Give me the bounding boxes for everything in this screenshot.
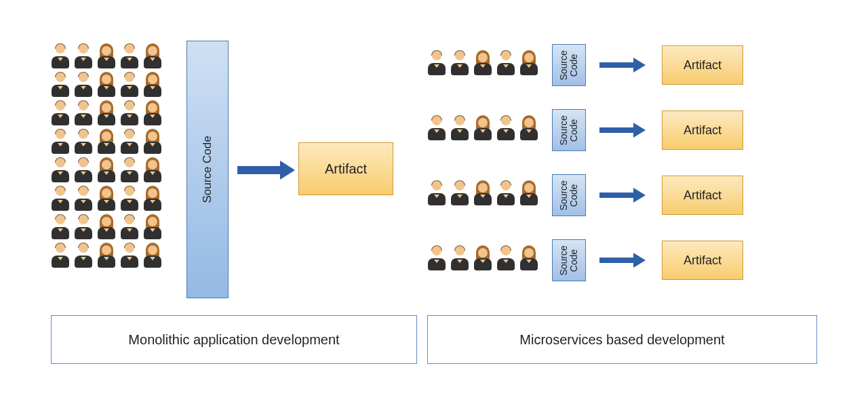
person-icon — [51, 186, 70, 211]
person-icon — [97, 243, 116, 268]
microservice-team — [427, 246, 538, 275]
person-icon — [450, 116, 469, 140]
person-icon — [519, 181, 538, 205]
microservice-team — [427, 51, 538, 79]
person-icon — [51, 215, 70, 239]
monolith-caption-text: Monolithic application development — [128, 332, 339, 348]
person-icon — [97, 186, 116, 211]
microservice-source-code-box: SourceCode — [552, 109, 586, 151]
microservice-artifact-box: Artifact — [662, 241, 743, 280]
microservice-artifact-label: Artifact — [684, 123, 722, 138]
person-icon — [519, 116, 538, 140]
microservice-row: SourceCodeArtifact — [427, 109, 817, 151]
person-icon — [74, 101, 93, 125]
microservice-artifact-box: Artifact — [662, 45, 743, 85]
person-icon — [143, 73, 162, 97]
microservices-caption-text: Microservices based development — [519, 332, 724, 348]
person-icon — [450, 51, 469, 75]
person-icon — [74, 158, 93, 182]
person-icon — [496, 51, 515, 75]
arrow-icon — [599, 123, 648, 138]
person-icon — [143, 158, 162, 182]
person-icon — [120, 158, 139, 182]
person-icon — [427, 116, 446, 140]
person-icon — [74, 44, 93, 68]
person-icon — [450, 246, 469, 270]
person-icon — [120, 44, 139, 68]
arrow-icon — [599, 58, 648, 73]
person-icon — [473, 246, 492, 270]
person-icon — [97, 73, 116, 97]
person-icon — [427, 181, 446, 205]
microservice-row: SourceCodeArtifact — [427, 44, 817, 86]
arrow-icon — [599, 253, 648, 268]
person-icon — [120, 215, 139, 239]
arrow-icon — [237, 161, 298, 180]
person-icon — [51, 129, 70, 154]
person-icon — [97, 44, 116, 68]
microservice-team — [427, 116, 538, 144]
person-icon — [120, 243, 139, 268]
microservice-source-code-label: SourceCode — [559, 180, 580, 210]
monolith-caption: Monolithic application development — [51, 315, 417, 364]
monolith-artifact-label: Artifact — [325, 161, 367, 177]
microservices-panel: SourceCodeArtifactSourceCodeArtifactSour… — [427, 44, 817, 304]
microservice-artifact-label: Artifact — [684, 58, 722, 73]
monolith-source-code-box: Source Code — [186, 41, 229, 298]
person-icon — [97, 101, 116, 125]
microservice-row: SourceCodeArtifact — [427, 174, 817, 216]
microservice-source-code-box: SourceCode — [552, 44, 586, 86]
microservice-artifact-box: Artifact — [662, 176, 743, 215]
person-icon — [51, 44, 70, 68]
person-icon — [143, 243, 162, 268]
person-icon — [496, 181, 515, 205]
person-icon — [143, 186, 162, 211]
person-icon — [51, 243, 70, 268]
person-icon — [519, 246, 538, 270]
person-icon — [51, 73, 70, 97]
microservice-source-code-label: SourceCode — [559, 115, 580, 145]
person-icon — [143, 44, 162, 68]
person-icon — [427, 51, 446, 75]
person-icon — [97, 129, 116, 154]
person-icon — [450, 181, 469, 205]
person-icon — [74, 129, 93, 154]
person-icon — [473, 51, 492, 75]
microservice-source-code-label: SourceCode — [559, 245, 580, 275]
person-icon — [51, 101, 70, 125]
arrow-icon — [599, 188, 648, 203]
microservice-row: SourceCodeArtifact — [427, 239, 817, 281]
microservice-artifact-box: Artifact — [662, 110, 743, 150]
person-icon — [427, 246, 446, 270]
microservice-artifact-label: Artifact — [684, 253, 722, 268]
person-icon — [74, 73, 93, 97]
person-icon — [120, 73, 139, 97]
microservice-source-code-box: SourceCode — [552, 239, 586, 281]
person-icon — [51, 158, 70, 182]
monolith-source-code-label: Source Code — [201, 136, 214, 203]
person-icon — [473, 181, 492, 205]
person-icon — [519, 51, 538, 75]
person-icon — [120, 101, 139, 125]
microservice-source-code-label: SourceCode — [559, 50, 580, 80]
monolith-artifact-box: Artifact — [298, 142, 393, 195]
person-icon — [143, 101, 162, 125]
microservice-artifact-label: Artifact — [684, 188, 722, 203]
person-icon — [97, 215, 116, 239]
person-icon — [74, 243, 93, 268]
person-icon — [74, 186, 93, 211]
microservices-caption: Microservices based development — [427, 315, 817, 364]
microservice-source-code-box: SourceCode — [552, 174, 586, 216]
person-icon — [473, 116, 492, 140]
person-icon — [120, 186, 139, 211]
person-icon — [496, 246, 515, 270]
person-icon — [496, 116, 515, 140]
monolith-panel: Source Code Artifact — [51, 44, 417, 272]
person-icon — [143, 129, 162, 154]
person-icon — [120, 129, 139, 154]
diagram-canvas: Source Code Artifact SourceCodeArtifactS… — [51, 44, 817, 369]
person-icon — [143, 215, 162, 239]
person-icon — [74, 215, 93, 239]
microservice-team — [427, 181, 538, 209]
person-icon — [97, 158, 116, 182]
